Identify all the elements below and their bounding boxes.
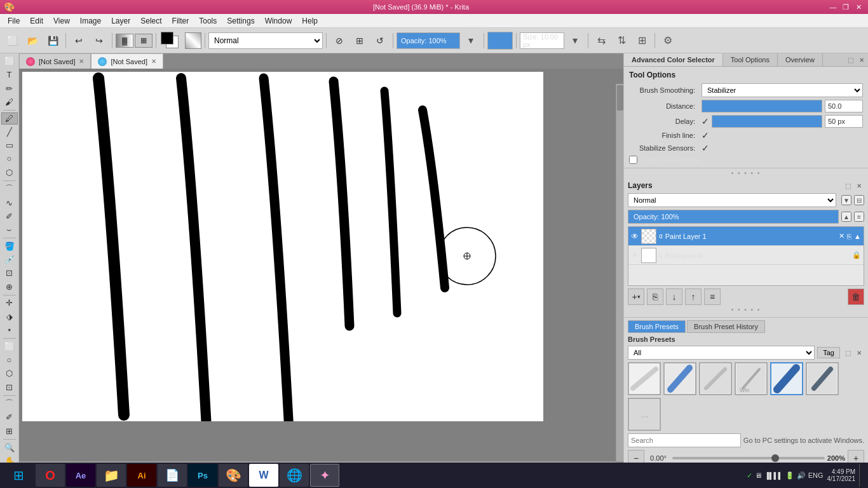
brush-swatch-7[interactable]: ... — [628, 398, 661, 431]
brush-size-input[interactable]: Size: 10.00 px — [520, 32, 564, 49]
magic-wand-tool[interactable]: ⭑ — [1, 324, 18, 336]
eyedropper-tool[interactable]: 💉 — [1, 254, 18, 266]
taskbar-word[interactable]: W — [249, 464, 278, 487]
menu-filter[interactable]: Filter — [167, 15, 194, 27]
vertical-scrollbar[interactable] — [616, 84, 623, 461]
layer-eye-paint1[interactable]: 👁 — [631, 232, 639, 241]
snap-to-assistants-checkbox[interactable] — [629, 156, 637, 164]
foreground-color-swatch[interactable] — [161, 32, 173, 44]
opacity-slider[interactable]: Opacity: 100% — [397, 32, 460, 49]
tab-overview[interactable]: Overview — [778, 53, 823, 66]
delay-check-icon[interactable]: ✓ — [702, 116, 709, 126]
bezier-tool[interactable]: ⌣ — [1, 224, 18, 236]
finish-line-check[interactable]: ✓ — [702, 130, 709, 140]
rect-tool[interactable]: ▭ — [1, 139, 18, 151]
zoom-slider-thumb[interactable] — [771, 454, 779, 462]
delete-layer-button[interactable]: 🗑 — [848, 288, 864, 305]
layer-moveup-paint1[interactable]: ▲ — [854, 233, 861, 240]
opacity-dropdown-button[interactable]: ▾ — [461, 31, 480, 50]
new-document-button[interactable]: ⬜ — [3, 31, 22, 50]
minimize-button[interactable]: — — [827, 2, 839, 12]
freehand-tool[interactable]: ✏ — [1, 82, 18, 94]
brush-close-button[interactable]: ✕ — [854, 348, 864, 358]
tab-advanced-color[interactable]: Advanced Color Selector — [624, 53, 723, 66]
wrap-button[interactable]: ⊞ — [632, 31, 651, 50]
layers-options-button[interactable]: ⊟ — [854, 195, 864, 205]
scrollbar-thumb-v[interactable] — [617, 85, 623, 111]
brush-float-button[interactable]: ⬚ — [843, 348, 853, 358]
close-button[interactable]: ✕ — [853, 2, 864, 12]
settings-button[interactable]: ⚙ — [658, 31, 677, 50]
menu-settings[interactable]: Settings — [222, 15, 259, 27]
text-tool[interactable]: T — [1, 69, 18, 81]
zoom-slider[interactable] — [672, 457, 825, 459]
save-button[interactable]: 💾 — [43, 31, 62, 50]
bezier-select-tool[interactable]: ⌒ — [1, 397, 18, 410]
panel-float-button[interactable]: ⬚ — [845, 55, 855, 65]
taskbar-ae[interactable]: Ae — [66, 464, 95, 487]
menu-select[interactable]: Select — [135, 15, 166, 27]
brush-swatch-6[interactable] — [806, 362, 839, 395]
pattern-button[interactable]: ▦ — [135, 34, 153, 48]
brush-swatch-4[interactable]: Win — [735, 362, 768, 395]
contiguous-select-tool[interactable]: ⊞ — [1, 425, 18, 437]
taskbar-opera[interactable]: O — [36, 464, 65, 487]
brush-smoothing-select[interactable]: Stabilizer Basic Smoothing Weighted Smoo… — [702, 83, 863, 97]
brush-filter-select[interactable]: All — [628, 346, 815, 360]
layers-float-button[interactable]: ⬚ — [843, 180, 853, 191]
move-tool[interactable]: ✛ — [1, 297, 18, 309]
layer-lock-bg[interactable]: 🔒 — [852, 251, 861, 259]
taskbar-browser[interactable]: 🌐 — [280, 464, 309, 487]
layer-background[interactable]: 👁 α Background 🔒 — [628, 246, 864, 265]
rect-select-tool[interactable]: ⬜ — [1, 341, 18, 353]
menu-help[interactable]: Help — [297, 15, 323, 27]
stabilize-sensors-check[interactable]: ✓ — [702, 143, 709, 153]
show-desktop-button[interactable] — [859, 464, 862, 487]
canvas-content[interactable] — [22, 72, 543, 421]
ellipse-select-tool[interactable]: ○ — [1, 354, 18, 366]
taskbar-krita-icon[interactable]: 🎨 — [219, 464, 248, 487]
erase-button[interactable]: ⊘ — [330, 31, 349, 50]
tab-1[interactable]: [Not Saved] ✕ — [19, 53, 91, 69]
taskbar-time[interactable]: 4:49 PM 4/17/2021 — [827, 468, 856, 482]
lock-alpha-button[interactable]: ⊞ — [350, 31, 369, 50]
brush-swatch-3[interactable] — [699, 362, 732, 395]
poly-select-tool[interactable]: ⬡ — [1, 367, 18, 379]
layers-filter-button[interactable]: ▼ — [841, 195, 851, 205]
curve-tool[interactable]: ∿ — [1, 196, 18, 208]
polygon-tool[interactable]: ⬡ — [1, 166, 18, 178]
smart-select-tool[interactable]: ⊡ — [1, 381, 18, 393]
ellipse-tool[interactable]: ○ — [1, 152, 18, 165]
brush-tool[interactable]: 🖊 — [1, 112, 18, 125]
tab-1-close[interactable]: ✕ — [79, 58, 84, 65]
fill-tool[interactable]: 🪣 — [1, 240, 18, 252]
dynamic-brush-tool[interactable]: 🖌 — [1, 96, 18, 108]
menu-image[interactable]: Image — [75, 15, 106, 27]
taskbar-krita-active[interactable]: ✦ — [310, 464, 339, 487]
menu-window[interactable]: Window — [260, 15, 297, 27]
undo-button[interactable]: ↩ — [69, 31, 88, 50]
crop-tool[interactable]: ⊡ — [1, 267, 18, 279]
brush-swatch-2[interactable] — [663, 362, 696, 395]
smartpatch-tool[interactable]: ⊕ — [1, 280, 18, 292]
brush-swatch-1[interactable] — [628, 362, 661, 395]
tag-button[interactable]: Tag — [817, 347, 840, 358]
layers-more-button[interactable]: ≡ — [854, 212, 864, 222]
start-button[interactable]: ⊞ — [3, 464, 34, 487]
transform-tool[interactable]: ⬜ — [1, 55, 18, 67]
panel-close-button[interactable]: ✕ — [857, 55, 867, 65]
layer-properties-button[interactable]: ≡ — [704, 288, 721, 305]
lasso-tool[interactable]: ⬗ — [1, 311, 18, 323]
brush-preset-history-tab[interactable]: Brush Preset History — [687, 320, 765, 333]
tab-tool-options[interactable]: Tool Options — [723, 53, 778, 66]
reset-button[interactable]: ↺ — [370, 31, 390, 50]
line-tool[interactable]: ╱ — [1, 126, 18, 138]
taskbar-illustrator[interactable]: Ai — [127, 464, 156, 487]
tab-2-close[interactable]: ✕ — [151, 58, 156, 65]
layer-eye-bg[interactable]: 👁 — [631, 251, 639, 260]
delay-slider[interactable] — [712, 115, 822, 128]
layer-paint-1[interactable]: 👁 α Paint Layer 1 ✕ ⎘ ▲ — [628, 227, 864, 246]
copy-layer-button[interactable]: ⎘ — [647, 288, 663, 305]
color-swatches[interactable] — [159, 30, 184, 51]
layers-opacity-up[interactable]: ▲ — [841, 212, 851, 222]
